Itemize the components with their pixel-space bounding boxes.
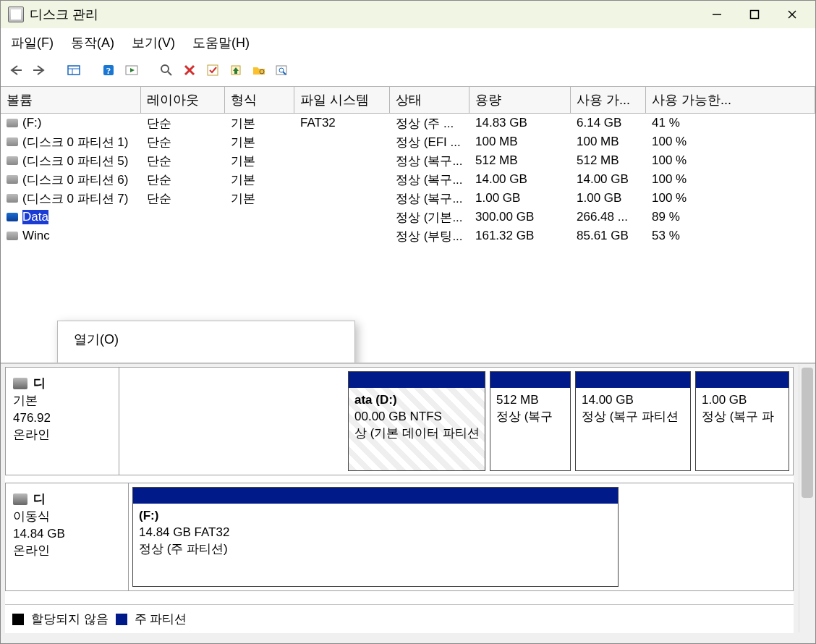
partition-status: 상 (기본 데이터 파티션	[354, 425, 479, 442]
volume-status: 정상 (복구...	[390, 190, 469, 207]
delete-icon[interactable]	[180, 61, 199, 80]
col-layout[interactable]: 레이아웃	[141, 87, 225, 113]
volume-capacity: 100 MB	[469, 135, 571, 149]
volume-row[interactable]: (디스크 0 파티션 7)단순기본정상 (복구...1.00 GB1.00 GB…	[1, 189, 815, 208]
back-icon[interactable]	[7, 61, 25, 80]
volume-name: (디스크 0 파티션 6)	[22, 171, 128, 188]
volume-free: 14.00 GB	[571, 172, 646, 187]
volume-row[interactable]: Data정상 (기본...300.00 GB266.48 ...89 %	[1, 208, 815, 226]
volume-pct: 100 %	[646, 172, 815, 187]
volume-name: Data	[22, 210, 48, 224]
partition-box[interactable]: 512 MB정상 (복구	[490, 371, 571, 471]
volume-capacity: 512 MB	[469, 153, 571, 168]
volume-status: 정상 (주 ...	[390, 115, 469, 132]
volume-name: (디스크 0 파티션 5)	[22, 153, 128, 169]
partition-size: 512 MB	[496, 392, 564, 409]
drive-icon	[7, 119, 18, 127]
disk-1-size: 14.84 GB	[13, 525, 121, 543]
volume-pct: 41 %	[646, 116, 815, 130]
partition-status: 정상 (복구 파티션	[582, 409, 684, 425]
partition-title: (F:)	[139, 508, 612, 525]
partition-box[interactable]: ata (D:)00.00 GB NTFS상 (기본 데이터 파티션	[348, 371, 485, 471]
partition-status: 정상 (복구	[496, 409, 564, 425]
volume-row[interactable]: (F:)단순기본FAT32정상 (주 ...14.83 GB6.14 GB41 …	[1, 114, 815, 132]
disk-1-info: 디 이동식 14.84 GB 온라인	[6, 483, 129, 590]
partition-bar	[349, 372, 485, 388]
volume-capacity: 300.00 GB	[469, 210, 571, 224]
volume-free: 512 MB	[571, 153, 646, 168]
volume-status: 정상 (기본...	[390, 209, 469, 226]
svg-rect-4	[68, 66, 80, 75]
window-icon[interactable]	[64, 61, 83, 80]
drive-icon	[7, 194, 18, 203]
volume-capacity: 14.83 GB	[469, 116, 571, 130]
minimize-button[interactable]	[698, 1, 736, 27]
col-freespace[interactable]: 사용 가...	[571, 87, 646, 113]
ctx-explore[interactable]: 탐색(E)	[58, 355, 354, 363]
volume-layout: 단순	[141, 171, 225, 188]
drive-icon	[7, 213, 18, 221]
menu-file[interactable]: 파일(F)	[11, 34, 54, 51]
search-icon[interactable]	[157, 61, 176, 80]
disk-icon	[13, 378, 27, 389]
forward-icon[interactable]	[30, 61, 48, 80]
volume-free: 1.00 GB	[571, 191, 646, 206]
col-capacity[interactable]: 용량	[469, 87, 571, 113]
close-button[interactable]	[773, 1, 811, 27]
svg-point-10	[161, 65, 169, 72]
svg-rect-1	[751, 11, 759, 19]
volume-row[interactable]: Winc정상 (부팅...161.32 GB85.61 GB53 %	[1, 226, 815, 245]
disk-1-header: 디	[33, 491, 46, 508]
menu-help[interactable]: 도움말(H)	[192, 34, 250, 51]
partition-box[interactable]: (F:)14.84 GB FAT32정상 (주 파티션)	[132, 487, 619, 587]
volume-name: (디스크 0 파티션 7)	[22, 190, 128, 207]
zoom-icon[interactable]	[273, 61, 292, 80]
disk-row-1: 디 이동식 14.84 GB 온라인 (F:)14.84 GB FAT32정상 …	[5, 483, 794, 591]
volume-layout: 단순	[141, 134, 225, 151]
volume-free: 100 MB	[571, 135, 646, 149]
disk-row-0: 디 기본 476.92 온라인 ata (D:)00.00 GB NTFS상 (…	[5, 367, 794, 475]
volume-layout: 단순	[141, 190, 225, 207]
volume-name: (디스크 0 파티션 1)	[22, 134, 128, 151]
volume-layout: 단순	[141, 115, 225, 132]
partition-size: 00.00 GB NTFS	[354, 409, 479, 425]
menu-view[interactable]: 보기(V)	[132, 34, 175, 51]
check-icon[interactable]	[203, 61, 222, 80]
col-status[interactable]: 상태	[390, 87, 469, 113]
info-icon[interactable]: ?	[99, 61, 118, 80]
disk-0-info: 디 기본 476.92 온라인	[6, 368, 119, 475]
ctx-open[interactable]: 열기(O)	[58, 326, 354, 355]
menu-action[interactable]: 동작(A)	[71, 34, 114, 51]
volume-type: 기본	[225, 190, 294, 207]
folder-search-icon[interactable]	[250, 61, 268, 80]
vertical-scrollbar[interactable]	[799, 365, 815, 632]
up-icon[interactable]	[226, 61, 245, 80]
volume-capacity: 161.32 GB	[469, 229, 571, 243]
col-freepct[interactable]: 사용 가능한...	[646, 87, 815, 113]
volume-type: 기본	[225, 153, 294, 169]
partition-bar	[696, 372, 789, 388]
col-type[interactable]: 형식	[225, 87, 294, 113]
partition-box[interactable]: 14.00 GB정상 (복구 파티션	[575, 371, 691, 471]
volume-row[interactable]: (디스크 0 파티션 5)단순기본정상 (복구...512 MB512 MB10…	[1, 151, 815, 170]
partition-bar	[576, 372, 690, 388]
partition-box[interactable]: 1.00 GB정상 (복구 파	[695, 371, 789, 471]
volume-row[interactable]: (디스크 0 파티션 1)단순기본정상 (EFI ...100 MB100 MB…	[1, 132, 815, 151]
volume-capacity: 1.00 GB	[469, 191, 571, 206]
legend-primary-label: 주 파티션	[135, 611, 187, 627]
volume-pct: 100 %	[646, 153, 815, 168]
partition-size: 14.00 GB	[582, 392, 684, 409]
maximize-button[interactable]	[736, 1, 773, 27]
partition-status: 정상 (복구 파	[702, 409, 783, 425]
col-volume[interactable]: 볼륨	[1, 87, 141, 113]
volume-name: Winc	[22, 229, 50, 243]
volume-list-header: 볼륨 레이아웃 형식 파일 시스템 상태 용량 사용 가... 사용 가능한..…	[1, 86, 815, 114]
volume-fs: FAT32	[294, 116, 390, 130]
svg-rect-14	[208, 65, 218, 75]
legend-unallocated-swatch	[12, 614, 24, 625]
volume-row[interactable]: (디스크 0 파티션 6)단순기본정상 (복구...14.00 GB14.00 …	[1, 170, 815, 189]
disk-map-area: 디 기본 476.92 온라인 ata (D:)00.00 GB NTFS상 (…	[1, 363, 815, 633]
play-icon[interactable]	[122, 61, 141, 80]
drive-icon	[7, 137, 18, 146]
col-fs[interactable]: 파일 시스템	[294, 87, 390, 113]
